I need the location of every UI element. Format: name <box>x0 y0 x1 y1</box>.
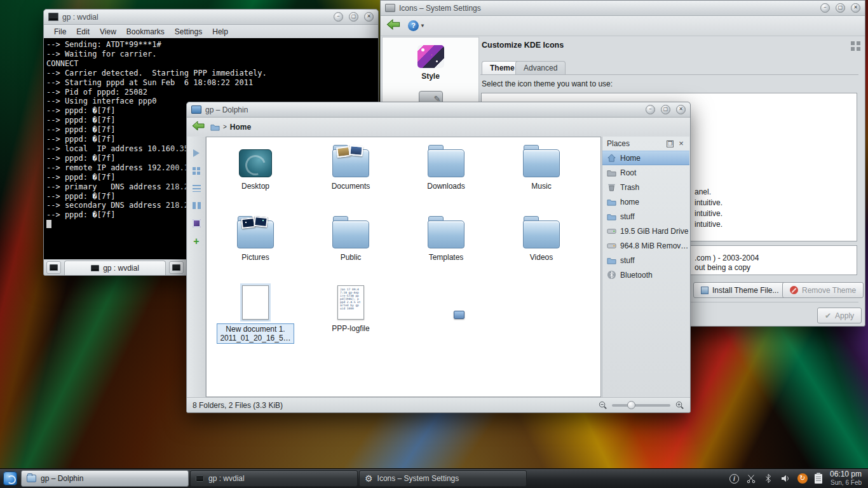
terminal-line: CONNECT <box>46 59 376 69</box>
klipper-scissors-icon[interactable] <box>746 473 756 484</box>
close-icon[interactable]: ✕ <box>676 105 686 114</box>
place-trash[interactable]: Trash <box>602 180 689 194</box>
dolphin-window: gp – Dolphin − ▢ ✕ > Home + <box>186 102 691 413</box>
file-item[interactable]: Jan 17 09:4 7:18 gp-Asp ire-5738 pp pd[1… <box>303 282 398 353</box>
forward-icon[interactable] <box>193 149 200 157</box>
sidebar-item-style[interactable]: Style <box>383 37 478 110</box>
update-notifier-icon[interactable]: ↻ <box>797 473 808 484</box>
icons-view-icon[interactable] <box>193 167 196 170</box>
removable-drive-icon <box>607 241 616 250</box>
status-text: 8 Folders, 2 Files (3.3 KiB) <box>193 401 283 410</box>
digital-clock[interactable]: 06:10 pm Sun, 6 Feb <box>830 470 868 487</box>
minimize-icon[interactable]: − <box>334 12 343 22</box>
menu-help[interactable]: Help <box>207 26 233 37</box>
bluetooth-icon[interactable] <box>763 473 773 484</box>
zoom-slider[interactable] <box>612 404 670 407</box>
place-hard-drive[interactable]: 19.5 GiB Hard Drive <box>602 224 689 238</box>
task-label: Icons – System Settings <box>377 474 459 483</box>
folder-item[interactable]: Pictures <box>208 211 303 282</box>
apply-label: Apply <box>835 311 854 320</box>
split-add-icon[interactable]: + <box>193 238 199 245</box>
menu-bookmarks[interactable]: Bookmarks <box>121 26 170 37</box>
folder-item[interactable]: Desktop <box>208 140 303 211</box>
folder-item[interactable]: Documents <box>303 140 398 211</box>
minimize-icon[interactable]: − <box>646 105 655 114</box>
folder-item[interactable]: Music <box>494 140 589 211</box>
back-button[interactable] <box>192 121 205 133</box>
file-item-selected[interactable]: New document 1. 2011_01_20_16_5… <box>208 282 303 353</box>
dolphin-titlebar[interactable]: gp – Dolphin − ▢ ✕ <box>187 102 690 118</box>
place-stuff[interactable]: stuff <box>602 209 689 224</box>
style-label: Style <box>421 72 440 81</box>
terminal-line: --> Pid of pppd: 25082 <box>46 88 376 97</box>
file-view[interactable]: Desktop Documents Downloads Music <box>206 137 601 397</box>
theme-list-fragment: intuitive. <box>695 209 722 218</box>
settings-instruction: Select the icon theme you want to use: <box>482 79 613 88</box>
apply-button[interactable]: ✔ Apply <box>817 308 862 323</box>
device-notifier-icon[interactable]: i <box>729 474 739 484</box>
float-panel-icon[interactable]: ❐ <box>667 140 674 147</box>
minimize-icon[interactable]: − <box>820 3 830 13</box>
terminal-tab[interactable]: gp : wvdial <box>64 261 166 275</box>
terminal-titlebar[interactable]: gp : wvdial − ▢ ✕ <box>44 10 378 25</box>
file-label-line2: 2011_01_20_16_5… <box>220 334 290 342</box>
menu-settings[interactable]: Settings <box>170 26 207 37</box>
task-dolphin[interactable]: gp – Dolphin <box>21 470 189 487</box>
settings-titlebar[interactable]: Icons – System Settings − ▢ ✕ <box>381 1 865 16</box>
clipboard-icon[interactable] <box>815 474 822 484</box>
place-label: Root <box>620 168 636 177</box>
menu-view[interactable]: View <box>95 26 121 37</box>
terminal-icon <box>91 265 99 271</box>
folder-item[interactable]: Downloads <box>398 140 494 211</box>
preview-icon[interactable] <box>193 219 201 227</box>
place-stuff-2[interactable]: stuff <box>602 253 689 268</box>
place-root[interactable]: Root <box>602 165 689 180</box>
close-icon[interactable]: ✕ <box>851 3 860 13</box>
folder-item[interactable]: Public <box>303 211 398 282</box>
folder-label: Desktop <box>241 182 269 191</box>
details-view-icon[interactable] <box>193 185 201 192</box>
remove-icon <box>790 286 798 294</box>
kickoff-launcher[interactable] <box>0 469 20 488</box>
task-system-settings[interactable]: ⚙ Icons – System Settings <box>359 470 527 487</box>
folder-item[interactable]: Templates <box>398 211 494 282</box>
zoom-slider-knob[interactable] <box>627 401 635 409</box>
breadcrumb-home[interactable]: Home <box>230 123 251 132</box>
remove-theme-button[interactable]: Remove Theme <box>782 282 864 298</box>
help-button[interactable]: ? ▼ <box>408 20 425 31</box>
close-icon[interactable]: ✕ <box>364 12 374 22</box>
folder-label: Pictures <box>241 253 269 262</box>
place-removable[interactable]: 964.8 MiB Remov… <box>602 238 689 253</box>
menu-edit[interactable]: Edit <box>71 26 95 37</box>
tab-divider <box>480 74 858 75</box>
volume-icon[interactable] <box>780 473 790 484</box>
task-wvdial[interactable]: gp : wvdial <box>190 470 358 487</box>
new-tab-button[interactable] <box>46 261 61 274</box>
home-icon[interactable] <box>210 122 220 132</box>
terminal-tab-label: gp : wvdial <box>103 264 139 273</box>
place-bluetooth[interactable]: Bluetooth <box>602 268 689 282</box>
install-theme-button[interactable]: Install Theme File... <box>693 282 786 298</box>
folder-item[interactable]: Videos <box>494 211 589 282</box>
menu-file[interactable]: File <box>49 26 71 37</box>
theme-list-fragment: intuitive. <box>695 198 722 207</box>
columns-view-icon[interactable] <box>193 202 201 209</box>
grid-icon[interactable] <box>851 41 855 45</box>
file-label: New document 1. 2011_01_20_16_5… <box>217 323 294 344</box>
places-header: Places ❐ × <box>602 137 689 151</box>
file-grid: Desktop Documents Downloads Music <box>208 140 589 353</box>
trash-icon <box>607 182 616 192</box>
close-panel-icon[interactable]: × <box>677 140 685 147</box>
place-label: stuff <box>620 256 634 265</box>
tab-list-button[interactable] <box>169 261 184 274</box>
place-home[interactable]: Home <box>602 151 689 165</box>
maximize-icon[interactable]: ▢ <box>836 3 845 13</box>
place-home-folder[interactable]: home <box>602 194 689 209</box>
zoom-in-icon[interactable] <box>675 400 684 410</box>
maximize-icon[interactable]: ▢ <box>661 105 670 114</box>
maximize-icon[interactable]: ▢ <box>349 12 358 22</box>
terminal-window-title: gp : wvdial <box>62 13 98 22</box>
tab-advanced[interactable]: Advanced <box>515 61 566 75</box>
back-button[interactable] <box>386 19 400 32</box>
zoom-out-icon[interactable] <box>598 400 607 410</box>
